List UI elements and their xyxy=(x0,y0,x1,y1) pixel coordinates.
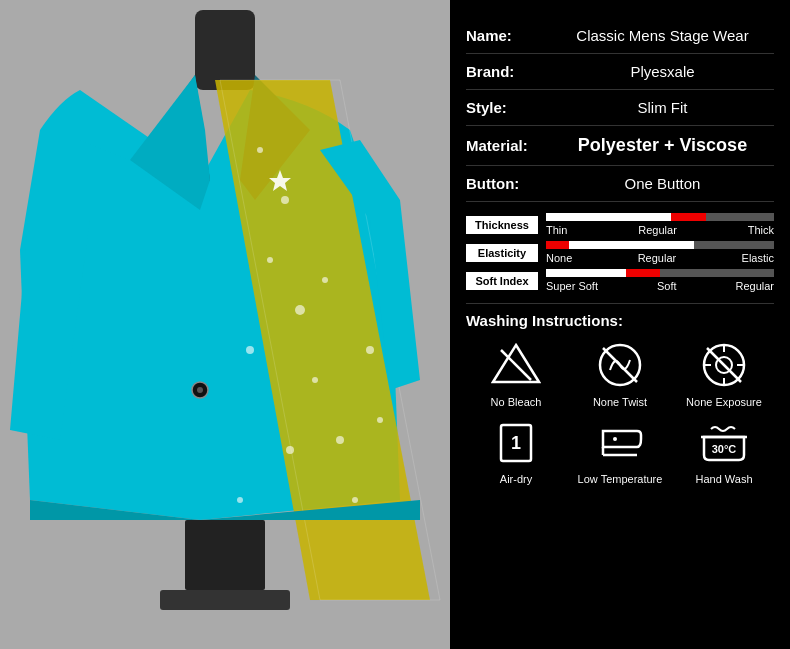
none-twist-icon xyxy=(594,339,646,391)
button-value: One Button xyxy=(551,175,774,192)
elasticity-bar: None Regular Elastic xyxy=(546,241,774,264)
svg-point-35 xyxy=(613,437,617,441)
svg-text:1: 1 xyxy=(511,433,521,453)
elasticity-label: Elasticity xyxy=(466,244,538,262)
hand-wash-icon: 30°C xyxy=(698,416,750,468)
svg-rect-1 xyxy=(195,10,255,90)
elasticity-none: None xyxy=(546,252,572,264)
name-value: Classic Mens Stage Wear xyxy=(551,27,774,44)
svg-point-7 xyxy=(336,436,344,444)
no-bleach-icon xyxy=(490,339,542,391)
hand-wash-label: Hand Wash xyxy=(695,473,752,485)
svg-point-10 xyxy=(322,277,328,283)
name-row: Name: Classic Mens Stage Wear xyxy=(466,18,774,54)
brand-value: Plyesxale xyxy=(551,63,774,80)
svg-point-11 xyxy=(366,346,374,354)
svg-line-21 xyxy=(501,350,531,380)
washing-none-exposure: None Exposure xyxy=(674,339,774,408)
svg-point-12 xyxy=(377,417,383,423)
svg-point-2 xyxy=(257,147,263,153)
low-temperature-icon xyxy=(594,416,646,468)
svg-point-14 xyxy=(237,497,243,503)
material-row: Material: Polyester + Viscose xyxy=(466,126,774,166)
svg-rect-19 xyxy=(185,520,265,590)
brand-row: Brand: Plyesxale xyxy=(466,54,774,90)
soft-regular: Regular xyxy=(735,280,774,292)
svg-rect-18 xyxy=(160,590,290,610)
product-info-panel: Name: Classic Mens Stage Wear Brand: Ply… xyxy=(450,0,790,649)
svg-point-4 xyxy=(267,257,273,263)
svg-point-6 xyxy=(312,377,318,383)
low-temperature-label: Low Temperature xyxy=(578,473,663,485)
name-label: Name: xyxy=(466,27,551,44)
no-bleach-label: No Bleach xyxy=(491,396,542,408)
material-value: Polyester + Viscose xyxy=(551,135,774,156)
washing-hand-wash: 30°C Hand Wash xyxy=(674,416,774,485)
elasticity-row: Elasticity None Regular Elastic xyxy=(466,241,774,264)
svg-point-13 xyxy=(286,446,294,454)
style-row: Style: Slim Fit xyxy=(466,90,774,126)
air-dry-label: Air-dry xyxy=(500,473,532,485)
washing-section: Washing Instructions: No Bleach xyxy=(466,304,774,485)
button-label: Button: xyxy=(466,175,551,192)
brand-label: Brand: xyxy=(466,63,551,80)
washing-none-twist: None Twist xyxy=(570,339,670,408)
soft-index-label: Soft Index xyxy=(466,272,538,290)
none-exposure-icon xyxy=(698,339,750,391)
thickness-regular: Regular xyxy=(638,224,677,236)
washing-no-bleach: No Bleach xyxy=(466,339,566,408)
svg-point-3 xyxy=(281,196,289,204)
soft-super: Super Soft xyxy=(546,280,598,292)
soft-soft: Soft xyxy=(657,280,677,292)
thickness-bar: Thin Regular Thick xyxy=(546,213,774,236)
svg-point-5 xyxy=(295,305,305,315)
thickness-row: Thickness Thin Regular Thick xyxy=(466,213,774,236)
none-exposure-label: None Exposure xyxy=(686,396,762,408)
svg-line-23 xyxy=(603,348,637,382)
soft-index-row: Soft Index Super Soft Soft Regular xyxy=(466,269,774,292)
button-row: Button: One Button xyxy=(466,166,774,202)
style-value: Slim Fit xyxy=(551,99,774,116)
svg-point-9 xyxy=(246,346,254,354)
thickness-label: Thickness xyxy=(466,216,538,234)
thickness-thin: Thin xyxy=(546,224,567,236)
washing-grid: No Bleach None Twist xyxy=(466,339,774,485)
svg-point-8 xyxy=(352,497,358,503)
elasticity-elastic: Elastic xyxy=(742,252,774,264)
soft-index-bar: Super Soft Soft Regular xyxy=(546,269,774,292)
svg-point-17 xyxy=(197,387,203,393)
air-dry-icon: 1 xyxy=(490,416,542,468)
material-label: Material: xyxy=(466,137,551,154)
attributes-section: Thickness Thin Regular Thick Elasticity xyxy=(466,202,774,304)
style-label: Style: xyxy=(466,99,551,116)
elasticity-regular: Regular xyxy=(638,252,677,264)
washing-title: Washing Instructions: xyxy=(466,312,774,329)
product-image xyxy=(0,0,450,649)
svg-line-30 xyxy=(707,348,741,382)
svg-text:30°C: 30°C xyxy=(712,443,737,455)
none-twist-label: None Twist xyxy=(593,396,647,408)
washing-air-dry: 1 Air-dry xyxy=(466,416,566,485)
washing-low-temp: Low Temperature xyxy=(570,416,670,485)
thickness-thick: Thick xyxy=(748,224,774,236)
